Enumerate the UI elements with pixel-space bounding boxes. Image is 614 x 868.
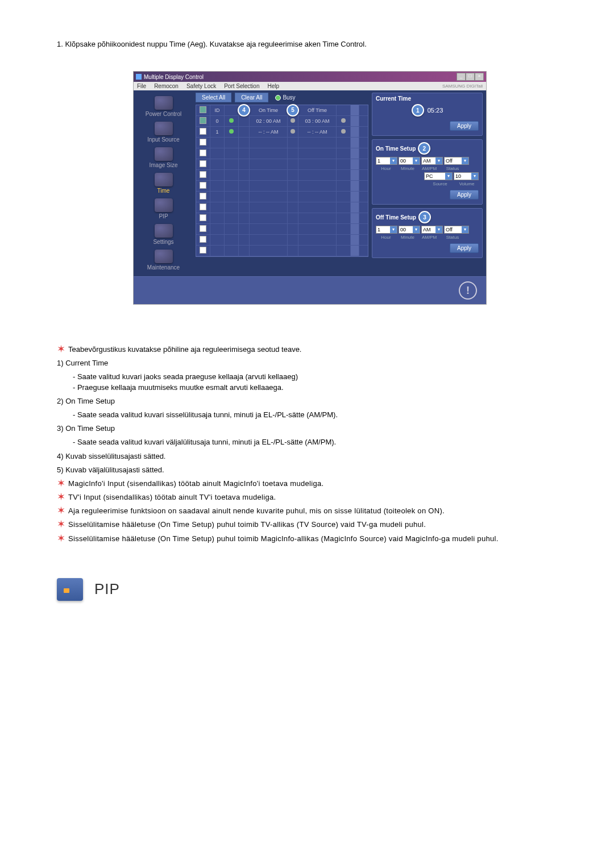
chevron-down-icon: ▾ [435, 226, 442, 233]
on-ampm-select[interactable]: AM▾ [421, 157, 443, 165]
row-checkbox[interactable] [200, 225, 206, 232]
star-icon: ✶ [57, 492, 68, 501]
off-status-select[interactable]: Off▾ [444, 226, 469, 234]
col-off-time: Off Time [298, 105, 337, 115]
sidebar-item-label: Image Size [149, 162, 177, 168]
row-checkbox[interactable] [200, 149, 206, 156]
app-title: Multiple Display Control [144, 74, 204, 80]
cell-on-time: -- : -- AM [250, 127, 288, 137]
sidebar-item-settings[interactable]: Settings [134, 222, 193, 247]
row-checkbox[interactable] [200, 182, 206, 189]
on-minute-select[interactable]: 00▾ [399, 157, 420, 165]
star-icon: ✶ [57, 479, 68, 488]
row-checkbox[interactable] [200, 236, 206, 243]
note-text: Teabevõrgustikus kuvatakse põhiline aja … [68, 344, 563, 355]
instruction-text: 1. Klõpsake põhiikoonidest nuppu Time (A… [57, 40, 563, 48]
star-icon: ✶ [57, 520, 68, 529]
sidebar-item-maintenance[interactable]: Maintenance [134, 247, 193, 273]
row-checkbox[interactable] [200, 160, 206, 167]
callout-2: 2 [418, 142, 430, 155]
sidebar-item-label: Input Source [147, 136, 180, 143]
row-checkbox[interactable] [200, 203, 206, 210]
row-checkbox[interactable] [200, 171, 206, 178]
table-row [196, 246, 368, 256]
note-text: - Saate seada valitud kuvari sisselülitu… [73, 410, 563, 420]
row-checkbox[interactable] [200, 128, 206, 135]
chevron-down-icon: ▾ [462, 226, 468, 233]
status-led-icon [291, 129, 295, 134]
chevron-down-icon: ▾ [435, 157, 442, 164]
sidebar-item-time[interactable]: Time [134, 171, 193, 196]
sidebar-item-pip[interactable]: PIP [134, 196, 193, 222]
current-time-title: Current Time [376, 95, 411, 102]
off-time-section: Off Time Setup 3 1▾ 00▾ AM▾ Off▾ Hour Mi… [372, 208, 483, 258]
time-icon [155, 173, 173, 186]
table-row [196, 235, 368, 246]
cell-off-time: -- : -- AM [298, 127, 337, 137]
off-hour-select[interactable]: 1▾ [376, 226, 397, 234]
info-area: ! [134, 276, 486, 304]
off-minute-select[interactable]: 00▾ [399, 226, 420, 234]
menu-file[interactable]: File [137, 83, 146, 89]
menu-remocon[interactable]: Remocon [154, 83, 179, 89]
sidebar-item-image-size[interactable]: Image Size [134, 145, 193, 171]
chevron-down-icon: ▾ [471, 173, 478, 180]
busy-dot-icon [275, 95, 281, 101]
on-status-select[interactable]: Off▾ [444, 157, 469, 165]
sidebar-item-label: Time [157, 188, 170, 194]
titlebar: Multiple Display Control _ □ × [134, 72, 486, 82]
minimize-button[interactable]: _ [457, 73, 466, 81]
status-led-icon [229, 129, 234, 134]
menu-safety-lock[interactable]: Safety Lock [186, 83, 216, 89]
off-time-title: Off Time Setup [376, 214, 416, 221]
apply-on-time-button[interactable]: Apply [450, 190, 479, 200]
power-icon [155, 96, 173, 110]
ampm-label: AM/PM [419, 235, 439, 240]
scrollbar[interactable] [351, 127, 359, 137]
note-text: - Saate seada valitud kuvari väljalülitu… [73, 437, 563, 447]
note-heading: 1) Current Time [57, 358, 563, 368]
sidebar-item-power[interactable]: Power Control [134, 94, 193, 119]
table-row [196, 202, 368, 213]
row-checkbox[interactable] [200, 247, 206, 254]
table-row [196, 192, 368, 202]
sidebar-item-label: Power Control [146, 111, 181, 117]
note-text: Sisselülitamise hääletuse (On Time Setup… [68, 534, 563, 544]
apply-current-time-button[interactable]: Apply [450, 121, 479, 131]
on-hour-select[interactable]: 1▾ [376, 157, 397, 165]
row-checkbox[interactable] [200, 193, 206, 200]
menu-port-selection[interactable]: Port Selection [224, 83, 259, 89]
row-checkbox[interactable] [200, 139, 206, 146]
row-checkbox[interactable] [200, 214, 206, 221]
select-all-button[interactable]: Select All [196, 93, 231, 102]
header-checkbox[interactable] [200, 106, 206, 113]
table-row [196, 170, 368, 181]
clear-all-button[interactable]: Clear All [235, 93, 268, 102]
status-led-icon [229, 118, 234, 123]
busy-indicator: Busy [275, 94, 295, 101]
status-led-icon [291, 118, 295, 123]
on-volume-select[interactable]: 10▾ [454, 172, 479, 180]
app-icon [136, 74, 142, 80]
maximize-button[interactable]: □ [466, 73, 475, 81]
chevron-down-icon: ▾ [390, 226, 397, 233]
callout-5: 5 [287, 104, 299, 117]
table-row[interactable]: 0 02 : 00 AM 03 : 00 AM [196, 116, 368, 127]
note-text: TV'i Input (sisendallikas) töötab ainult… [68, 492, 563, 502]
star-icon: ✶ [57, 506, 68, 515]
scrollbar[interactable] [351, 116, 359, 126]
sidebar-item-label: Maintenance [147, 264, 180, 271]
off-ampm-select[interactable]: AM▾ [421, 226, 443, 234]
row-checkbox[interactable] [200, 117, 206, 124]
note-text: 4) Kuvab sisselülitusajasti sätted. [57, 451, 563, 462]
close-button[interactable]: × [475, 73, 484, 81]
apply-off-time-button[interactable]: Apply [450, 243, 479, 253]
note-text: 5) Kuvab väljalülitusajasti sätted. [57, 465, 563, 475]
sidebar-item-input[interactable]: Input Source [134, 119, 193, 145]
table-row [196, 181, 368, 192]
app-window: Multiple Display Control _ □ × File Remo… [133, 71, 487, 305]
table-row[interactable]: 1 -- : -- AM -- : -- AM [196, 127, 368, 138]
on-source-select[interactable]: PC▾ [424, 172, 453, 180]
menu-help[interactable]: Help [267, 83, 279, 89]
cell-id: 0 [210, 116, 225, 126]
